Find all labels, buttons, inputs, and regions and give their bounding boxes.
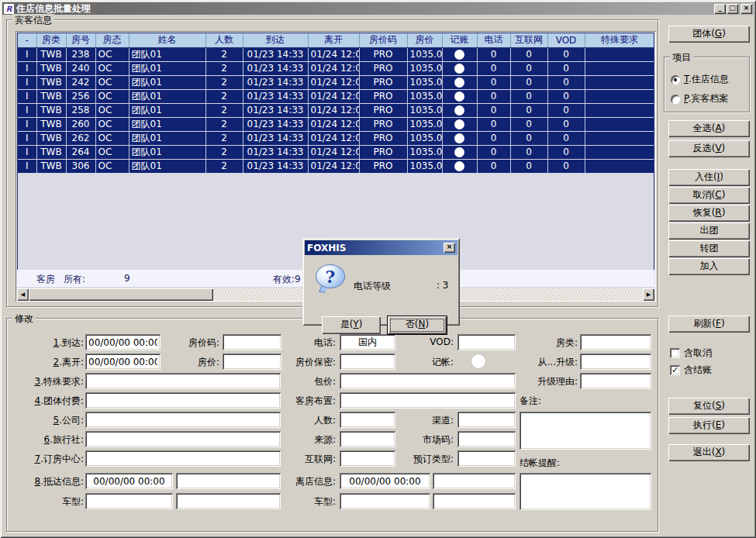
transfer-group-button[interactable]: 转团 (668, 240, 750, 257)
include-cancelled-checkbox[interactable]: 含取消 (670, 347, 712, 360)
exit-button[interactable]: 退出(X) (668, 444, 750, 461)
dialog-close-icon[interactable]: × (444, 243, 455, 253)
restore-button[interactable]: 恢复(R) (668, 205, 750, 222)
upgrade-reason-input[interactable] (580, 373, 651, 389)
group-button[interactable]: 团体(G) (668, 26, 750, 43)
join-button[interactable]: 加入 (668, 258, 750, 275)
reset-button[interactable]: 复位(S) (668, 398, 750, 415)
checkbox-icon[interactable] (670, 348, 680, 358)
car-type-right-input-2[interactable] (433, 493, 516, 509)
column-header[interactable]: 房号 (66, 33, 95, 47)
column-header[interactable]: 电话 (477, 33, 510, 47)
project-option-stay-info[interactable]: T.住店信息 (671, 73, 729, 86)
select-all-button[interactable]: 全选(A) (668, 120, 750, 137)
table-cell: TWB (36, 61, 66, 75)
dialog-title-bar[interactable]: FOXHIS × (305, 240, 457, 255)
out-group-button[interactable]: 出团 (668, 222, 750, 240)
vod-input[interactable] (457, 334, 516, 350)
checkin-button[interactable]: 入住(I) (668, 169, 750, 186)
booking-type-input[interactable] (457, 450, 516, 467)
depart-input[interactable] (85, 353, 161, 370)
project-option-guest-profile[interactable]: P.宾客档案 (671, 92, 728, 105)
execute-button[interactable]: 执行(E) (668, 417, 750, 434)
close-icon[interactable]: × (740, 4, 752, 14)
include-checked-out-checkbox[interactable]: ✓含结账 (670, 364, 712, 377)
column-header[interactable]: 房态 (95, 33, 129, 47)
column-header[interactable]: 人数 (205, 33, 243, 47)
column-header[interactable]: 房价码 (359, 33, 407, 47)
source-input[interactable] (340, 431, 395, 447)
table-row[interactable]: ITWB256OC团队01201/23 14:3301/24 12:00PRO1… (18, 89, 654, 103)
table-row[interactable]: ITWB258OC团队01201/23 14:3301/24 12:00PRO1… (18, 103, 654, 117)
table-cell: 2 (205, 61, 243, 75)
internet-input[interactable] (340, 450, 395, 467)
package-input[interactable] (340, 373, 516, 389)
company-input[interactable] (85, 412, 281, 428)
invert-select-button[interactable]: 反选(V) (668, 140, 750, 157)
group-pay-input[interactable] (85, 392, 281, 409)
remark-textarea[interactable] (520, 412, 651, 450)
arrival-info-input-2[interactable] (176, 473, 281, 489)
depart-info-input[interactable] (340, 473, 430, 489)
upgrade-from-input[interactable] (580, 353, 651, 370)
booking-center-input[interactable] (85, 450, 281, 467)
column-header[interactable]: - (18, 33, 36, 47)
rate-input[interactable] (223, 353, 281, 370)
radio-icon[interactable] (671, 95, 680, 104)
car-type-right-input[interactable] (340, 493, 430, 509)
scroll-right-icon[interactable]: ▶ (643, 288, 654, 301)
persons-input[interactable] (340, 412, 395, 428)
table-cell: 0 (547, 47, 585, 61)
table-cell: 0 (547, 131, 585, 145)
yes-button[interactable]: 是(Y) (322, 316, 381, 334)
refresh-button[interactable]: 刷新(F) (668, 316, 750, 333)
bill-reminder-textarea[interactable] (520, 473, 651, 510)
table-cell (585, 117, 654, 131)
minimize-icon[interactable]: _ (714, 4, 726, 14)
room-type-input[interactable] (580, 334, 651, 350)
billing-indicator[interactable] (471, 354, 485, 368)
maximize-icon[interactable]: □ (727, 4, 738, 14)
market-code-input[interactable] (457, 431, 516, 447)
car-type-left-input[interactable] (85, 493, 173, 509)
column-header[interactable]: 房价 (407, 33, 442, 47)
column-header[interactable]: 到达 (243, 33, 308, 47)
table-row[interactable]: ITWB262OC团队01201/23 14:3301/24 12:00PRO1… (18, 131, 654, 145)
channel-input[interactable] (457, 412, 516, 428)
title-bar[interactable]: R 住店信息批量处理 _ □ × (2, 2, 754, 15)
column-header[interactable]: 记账 (442, 33, 477, 47)
arrive-input[interactable] (85, 334, 161, 350)
checkbox-icon[interactable]: ✓ (670, 365, 680, 375)
special-request-label: 3.特殊要求: (16, 375, 84, 388)
table-row[interactable]: ITWB260OC团队01201/23 14:3301/24 12:00PRO1… (18, 117, 654, 131)
cancel-button[interactable]: 取消(C) (668, 187, 750, 204)
column-header[interactable]: 离开 (308, 33, 359, 47)
column-header[interactable]: 房类 (36, 33, 66, 47)
scroll-left-icon[interactable]: ◀ (17, 288, 29, 301)
car-type-left-input-2[interactable] (176, 493, 281, 509)
room-setup-input[interactable] (340, 392, 516, 409)
depart-info-input-2[interactable] (433, 473, 516, 489)
column-header[interactable]: 互联网 (510, 33, 547, 47)
table-cell (585, 61, 654, 75)
table-cell: PRO (359, 89, 407, 103)
phone-input[interactable] (340, 334, 395, 350)
table-row[interactable]: ITWB264OC团队01201/23 14:3301/24 12:00PRO1… (18, 145, 654, 159)
billing-dot-icon (454, 133, 464, 143)
travel-agency-input[interactable] (85, 431, 281, 447)
scrollbar-thumb[interactable] (29, 288, 213, 301)
arrival-info-input[interactable] (85, 473, 173, 489)
column-header[interactable]: 姓名 (129, 33, 205, 47)
rate-code-input[interactable] (223, 334, 281, 350)
table-row[interactable]: ITWB242OC团队01201/23 14:3301/24 12:00PRO1… (18, 75, 654, 89)
table-row[interactable]: ITWB240OC团队01201/23 14:3301/24 12:00PRO1… (18, 61, 654, 75)
rate-secret-input[interactable] (340, 353, 395, 370)
radio-icon[interactable] (671, 75, 680, 84)
table-row[interactable]: ITWB238OC团队01201/23 14:3301/24 12:00PRO1… (18, 47, 654, 61)
column-header[interactable]: VOD (547, 33, 585, 47)
no-button[interactable]: 否(N) (388, 316, 447, 334)
special-request-input[interactable] (85, 373, 281, 389)
table-row[interactable]: ITWB306OC团队01201/23 14:3301/24 12:00PRO1… (18, 159, 654, 173)
column-header[interactable]: 特殊要求 (585, 33, 654, 47)
table-cell: 团队01 (129, 145, 205, 159)
